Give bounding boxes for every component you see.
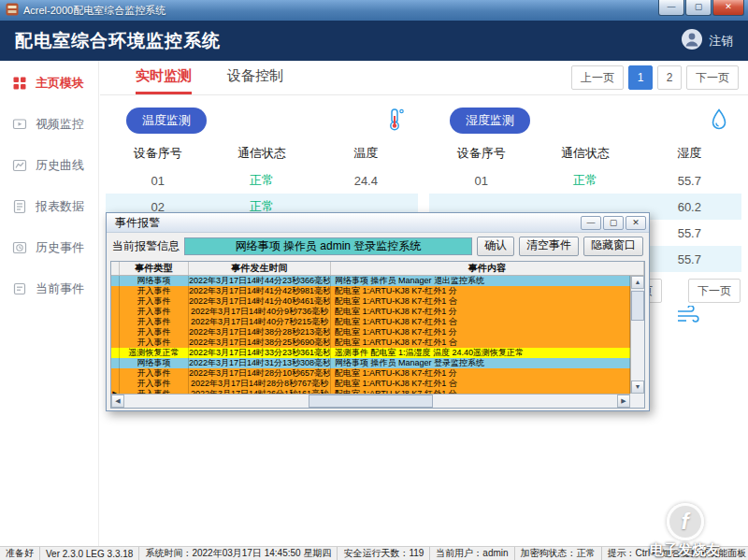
clear-events-button[interactable]: 清空事件 xyxy=(519,237,579,256)
history-events-icon xyxy=(12,240,27,255)
close-button[interactable]: ✕ xyxy=(712,0,744,16)
horizontal-scrollbar[interactable]: ◀ ▶ xyxy=(111,394,630,408)
device-no: 01 xyxy=(106,174,209,188)
event-content: 配电室 1:ARTU-KJ8 K7-红外1 分 xyxy=(331,286,630,296)
row-selector xyxy=(111,317,120,327)
prev-page-button[interactable]: 上一页 xyxy=(571,65,624,90)
vertical-scrollbar[interactable]: ▲ ▼ xyxy=(630,276,644,394)
event-content: 配电室 1:ARTU-KJ8 K7-红外1 分 xyxy=(331,327,630,337)
sidebar-item-label: 历史事件 xyxy=(36,239,84,256)
event-time: 2022年3月17日14时33分23秒361毫秒 xyxy=(189,348,331,358)
alarm-event-row[interactable]: 遥测恢复正常2022年3月17日14时33分23秒361毫秒遥测事件 配电室 1… xyxy=(111,348,630,358)
row-selector xyxy=(111,327,120,337)
minimize-button[interactable]: — xyxy=(658,0,684,16)
confirm-button[interactable]: 确认 xyxy=(477,237,514,256)
event-content: 配电室 1:ARTU-KJ8 K7-红外1 分 xyxy=(331,307,630,317)
scroll-right-arrow[interactable]: ▶ xyxy=(617,395,630,408)
hide-window-button[interactable]: 隐藏窗口 xyxy=(583,237,643,256)
event-content: 配电室 1:ARTU-KJ8 K7-红外1 合 xyxy=(331,337,630,348)
water-drop-icon xyxy=(710,108,728,135)
event-time: 2022年3月17日14时40分7秒215毫秒 xyxy=(189,317,331,327)
event-content: 配电室 1:ARTU-KJ8 K7-红外1 合 xyxy=(331,317,630,327)
sidebar-item-video[interactable]: 视频监控 xyxy=(0,104,98,145)
alarm-event-row[interactable]: 开入事件2022年3月17日14时40分9秒736毫秒配电室 1:ARTU-KJ… xyxy=(111,307,630,317)
event-time: 2022年3月17日14时41分42秒981毫秒 xyxy=(189,286,331,296)
value-cell: 55.7 xyxy=(638,252,741,266)
pagination-top: 上一页12下一页 xyxy=(571,65,739,90)
sidebar-item-curve[interactable]: 历史曲线 xyxy=(0,145,98,186)
event-content: 遥测事件 配电室 1:温湿度 温度 24.40遥测恢复正常 xyxy=(331,348,630,358)
selector-column-header xyxy=(111,262,120,275)
vertical-scroll-thumb[interactable] xyxy=(631,291,644,321)
alarm-event-row[interactable]: 开入事件2022年3月17日14时40分7秒215毫秒配电室 1:ARTU-KJ… xyxy=(111,317,630,327)
alarm-table-body: 网络事项2022年3月17日14时44分23秒366毫秒网络事项 操作员 Man… xyxy=(111,276,630,394)
event-time: 2022年3月17日14时31分13秒308毫秒 xyxy=(189,358,331,368)
table-header-row: 设备序号通信状态湿度 xyxy=(429,139,741,167)
sidebar-item-label: 视频监控 xyxy=(36,116,84,133)
status-segment-6: 提示：Ctrl+D组合键打开功能面板 xyxy=(602,547,748,560)
alarm-event-row[interactable]: 开入事件2022年3月17日14时38分25秒690毫秒配电室 1:ARTU-K… xyxy=(111,337,630,348)
temperature-table: 设备序号通信状态温度01正常24.402正常 xyxy=(106,139,418,220)
app-header: 配电室综合环境监控系统 注销 xyxy=(0,21,748,61)
sidebar-item-label: 报表数据 xyxy=(36,198,84,215)
event-type: 开入事件 xyxy=(120,307,189,317)
maximize-button[interactable]: ▢ xyxy=(685,0,712,16)
tab-device-control[interactable]: 设备控制 xyxy=(227,61,283,94)
dialog-minimize-button[interactable]: — xyxy=(581,216,601,230)
report-data-icon xyxy=(12,199,27,214)
status-segment-0: 准备好 xyxy=(0,547,40,560)
window-title: Acrel-2000配电室综合监控系统 xyxy=(23,4,658,18)
event-content: 配电室 1:ARTU-KJ8 K7-红外1 分 xyxy=(331,368,630,379)
next-page-button[interactable]: 下一页 xyxy=(686,65,739,90)
event-type: 开入事件 xyxy=(120,317,189,327)
horizontal-scroll-thumb[interactable] xyxy=(309,395,433,408)
current-alarm-label: 当前报警信息 xyxy=(112,238,180,254)
column-header: 设备序号 xyxy=(429,145,533,162)
page-button-2[interactable]: 2 xyxy=(657,65,682,90)
dialog-titlebar[interactable]: 事件报警 — ▢ ✕ xyxy=(107,213,649,233)
alarm-event-row[interactable]: 开入事件2022年3月17日14时41分42秒981毫秒配电室 1:ARTU-K… xyxy=(111,286,630,296)
page-button-1[interactable]: 1 xyxy=(628,65,653,90)
sidebar-item-home[interactable]: 主页模块 xyxy=(0,63,98,104)
alarm-event-row[interactable]: 开入事件2022年3月17日14时28分10秒657毫秒配电室 1:ARTU-K… xyxy=(111,368,630,379)
event-time: 2022年3月17日14时38分25秒690毫秒 xyxy=(189,337,331,348)
current-alarm-row: 当前报警信息 网络事项 操作员 admin 登录监控系统 确认 清空事件 隐藏窗… xyxy=(107,233,649,260)
gas-flow-icon xyxy=(676,306,700,327)
event-type: 开入事件 xyxy=(120,368,189,379)
alarm-event-row[interactable]: 开入事件2022年3月17日14时28分8秒767毫秒配电室 1:ARTU-KJ… xyxy=(111,379,630,389)
dialog-close-button[interactable]: ✕ xyxy=(626,216,646,230)
temperature-panel-title[interactable]: 温度监测 xyxy=(126,108,207,134)
scroll-up-arrow[interactable]: ▲ xyxy=(631,276,644,289)
sidebar-item-current-events[interactable]: 当前事件 xyxy=(0,268,98,309)
sidebar-item-history-events[interactable]: 历史事件 xyxy=(0,227,98,268)
status-segment-4: 当前用户：admin xyxy=(430,547,514,560)
tab-realtime[interactable]: 实时监测 xyxy=(136,61,192,94)
row-selector xyxy=(111,307,120,317)
sidebar-item-report[interactable]: 报表数据 xyxy=(0,186,98,227)
humidity-next-page-button[interactable]: 下一页 xyxy=(688,279,741,303)
alarm-event-row[interactable]: 网络事项2022年3月17日14时31分13秒308毫秒网络事项 操作员 Man… xyxy=(111,358,630,368)
current-alarm-message: 网络事项 操作员 admin 登录监控系统 xyxy=(184,237,472,255)
humidity-panel-title[interactable]: 湿度监测 xyxy=(450,108,530,134)
thermometer-icon xyxy=(384,108,405,135)
dialog-maximize-button[interactable]: ▢ xyxy=(603,216,624,230)
value-cell: 55.7 xyxy=(638,174,741,188)
column-header: 设备序号 xyxy=(106,145,209,162)
alarm-event-row[interactable]: 网络事项2022年3月17日14时44分23秒366毫秒网络事项 操作员 Man… xyxy=(111,276,630,286)
status-bar: 准备好Ver 2.3.0 LEG 3.3.18系统时间：2022年03月17日 … xyxy=(0,546,748,560)
table-header-row: 设备序号通信状态温度 xyxy=(106,139,418,167)
event-type: 开入事件 xyxy=(120,296,189,307)
humidity-panel-header: 湿度监测 xyxy=(429,106,741,136)
scroll-left-arrow[interactable]: ◀ xyxy=(111,395,124,408)
alarm-event-row[interactable]: 开入事件2022年3月17日14时41分40秒461毫秒配电室 1:ARTU-K… xyxy=(111,296,630,307)
alarm-event-row[interactable]: 开入事件2022年3月17日14时38分28秒213毫秒配电室 1:ARTU-K… xyxy=(111,327,630,337)
row-selector xyxy=(111,286,120,296)
logout-button[interactable]: 注销 xyxy=(682,29,733,52)
event-type: 网络事项 xyxy=(120,276,189,286)
alarm-column-header: 事件类型 xyxy=(120,262,189,275)
scroll-down-arrow[interactable]: ▼ xyxy=(631,381,644,394)
event-content: 配电室 1:ARTU-KJ8 K7-红外1 合 xyxy=(331,296,630,307)
alarm-column-header: 事件发生时间 xyxy=(189,262,331,275)
alarm-table-header: 事件类型事件发生时间事件内容 xyxy=(111,262,644,276)
temperature-panel-header: 温度监测 xyxy=(106,106,418,136)
